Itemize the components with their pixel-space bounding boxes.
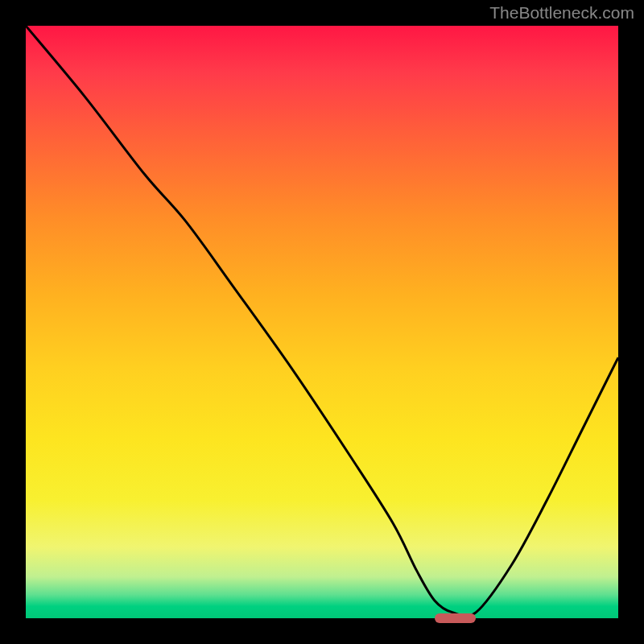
watermark-text: TheBottleneck.com: [489, 3, 634, 23]
bottleneck-curve: [26, 26, 618, 618]
optimal-marker: [435, 613, 477, 623]
chart-plot-area: [26, 26, 618, 618]
